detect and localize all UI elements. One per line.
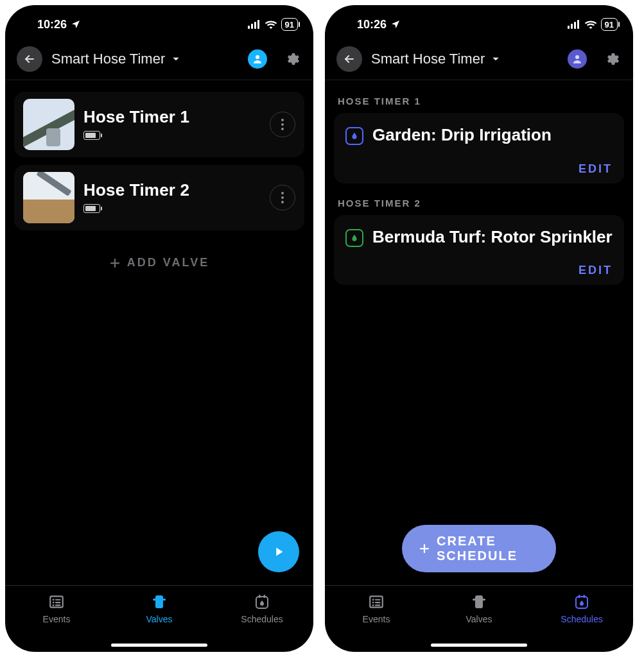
- schedule-title: Bermuda Turf: Rotor Sprinkler: [372, 226, 613, 248]
- svg-point-33: [372, 604, 374, 606]
- tab-label: Valves: [466, 614, 492, 624]
- settings-button[interactable]: [602, 49, 622, 69]
- valve-icon: [472, 593, 486, 610]
- svg-point-27: [575, 55, 579, 59]
- battery-indicator: 91: [281, 18, 298, 31]
- svg-rect-36: [473, 599, 485, 601]
- profile-button[interactable]: [568, 49, 587, 69]
- svg-rect-24: [571, 24, 573, 29]
- run-button[interactable]: [258, 531, 299, 572]
- settings-button[interactable]: [283, 49, 302, 69]
- phone-schedules-screen: 10:26 91 Smart: [325, 5, 633, 652]
- tab-label: Schedules: [241, 614, 283, 624]
- tab-label: Schedules: [561, 614, 602, 624]
- tab-bar: Events Valves Schedules: [5, 585, 313, 652]
- svg-rect-25: [574, 22, 576, 29]
- section-label: HOSE TIMER 1: [338, 96, 620, 107]
- battery-icon: [83, 204, 100, 213]
- tab-valves[interactable]: Valves: [108, 593, 211, 624]
- drop-icon: [345, 127, 363, 145]
- svg-point-12: [53, 599, 55, 601]
- svg-point-8: [281, 192, 284, 194]
- svg-rect-13: [55, 599, 61, 601]
- tab-schedules[interactable]: Schedules: [211, 593, 313, 624]
- valve-card[interactable]: Hose Timer 1: [14, 92, 304, 157]
- svg-rect-22: [264, 595, 266, 598]
- svg-rect-30: [375, 599, 381, 601]
- battery-indicator: 91: [601, 18, 618, 31]
- list-icon: [368, 593, 385, 610]
- svg-point-5: [281, 119, 284, 121]
- tab-valves[interactable]: Valves: [428, 593, 530, 624]
- tab-label: Events: [363, 614, 390, 624]
- svg-rect-15: [55, 602, 61, 603]
- svg-point-6: [281, 123, 284, 126]
- plus-icon: [419, 543, 430, 554]
- valve-card[interactable]: Hose Timer 2: [14, 165, 304, 230]
- svg-point-14: [53, 602, 55, 604]
- schedule-card[interactable]: Bermuda Turf: Rotor Sprinkler EDIT: [334, 215, 624, 286]
- plus-icon: [109, 257, 121, 269]
- edit-button[interactable]: EDIT: [345, 264, 613, 277]
- create-schedule-label: CREATE SCHEDULE: [437, 534, 539, 563]
- svg-point-7: [281, 128, 284, 130]
- phone-valves-screen: 10:26 91 Smart: [5, 5, 313, 652]
- add-valve-button[interactable]: ADD VALVE: [14, 256, 304, 269]
- svg-rect-39: [584, 595, 586, 598]
- schedule-card[interactable]: Garden: Drip Irrigation EDIT: [334, 113, 624, 183]
- svg-rect-38: [579, 595, 580, 598]
- app-header: Smart Hose Timer: [5, 40, 313, 80]
- device-title: Smart Hose Timer: [371, 51, 485, 67]
- status-time: 10:26: [357, 18, 387, 31]
- valve-more-button[interactable]: [270, 112, 295, 137]
- valve-thumbnail: [23, 172, 74, 223]
- svg-rect-19: [153, 599, 166, 601]
- svg-rect-21: [259, 595, 261, 598]
- section-label: HOSE TIMER 2: [338, 198, 620, 209]
- edit-button[interactable]: EDIT: [345, 162, 613, 176]
- tab-label: Events: [43, 614, 71, 624]
- device-dropdown[interactable]: Smart Hose Timer: [51, 51, 239, 67]
- home-indicator[interactable]: [111, 644, 207, 647]
- drop-icon: [345, 229, 363, 247]
- home-indicator[interactable]: [431, 644, 527, 647]
- battery-percent: 91: [605, 20, 614, 30]
- main-schedules: HOSE TIMER 1 Garden: Drip Irrigation EDI…: [325, 80, 633, 585]
- back-button[interactable]: [336, 46, 362, 72]
- app-header: Smart Hose Timer: [325, 40, 633, 80]
- svg-rect-32: [375, 602, 381, 603]
- svg-point-10: [281, 201, 284, 203]
- location-icon: [390, 19, 401, 30]
- svg-rect-17: [55, 604, 61, 606]
- status-time: 10:26: [37, 18, 67, 31]
- svg-rect-3: [257, 20, 259, 29]
- profile-button[interactable]: [248, 49, 267, 69]
- valve-more-button[interactable]: [270, 185, 295, 210]
- main-valves: Hose Timer 1 Hose Timer 2: [5, 80, 313, 585]
- valve-icon: [152, 593, 166, 610]
- svg-rect-2: [254, 22, 256, 29]
- tab-events[interactable]: Events: [325, 593, 428, 624]
- device-dropdown[interactable]: Smart Hose Timer: [371, 51, 559, 67]
- svg-point-9: [281, 196, 284, 199]
- back-button[interactable]: [17, 46, 42, 72]
- location-icon: [71, 19, 81, 30]
- svg-rect-1: [251, 24, 253, 29]
- tab-label: Valves: [146, 614, 173, 624]
- svg-rect-0: [248, 26, 250, 29]
- valve-thumbnail: [23, 99, 74, 150]
- svg-rect-18: [155, 595, 163, 608]
- battery-percent: 91: [285, 20, 294, 30]
- list-icon: [48, 593, 65, 610]
- svg-point-16: [53, 604, 55, 606]
- svg-point-29: [372, 599, 374, 601]
- tab-schedules[interactable]: Schedules: [530, 593, 633, 624]
- wifi-icon: [584, 20, 597, 29]
- svg-rect-26: [577, 20, 579, 29]
- tab-events[interactable]: Events: [5, 593, 108, 624]
- device-title: Smart Hose Timer: [51, 51, 165, 67]
- schedule-icon: [254, 593, 270, 610]
- wifi-icon: [265, 20, 277, 29]
- create-schedule-button[interactable]: CREATE SCHEDULE: [402, 525, 556, 572]
- chevron-down-icon: [171, 55, 180, 64]
